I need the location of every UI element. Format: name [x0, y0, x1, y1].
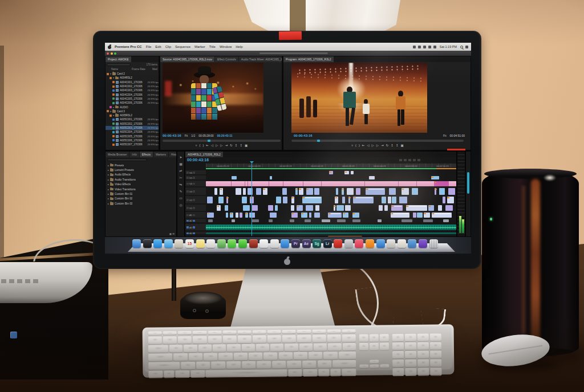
pen-tool[interactable]: ✎ [179, 189, 182, 193]
dock-icon-lightroom[interactable]: Lr [323, 239, 332, 248]
timeline-clip[interactable] [423, 219, 432, 222]
effects-bin-row[interactable]: ▸Lumetri Presets [106, 168, 177, 172]
timeline-clip[interactable] [378, 219, 382, 222]
track-lock-toggle[interactable] [186, 226, 189, 228]
disclosure-triangle[interactable]: ▸ [108, 169, 109, 172]
status-icon[interactable] [428, 46, 431, 48]
tab-source[interactable]: Source: A004C065_170306_R3L2.mov [160, 56, 214, 62]
menu-marker[interactable]: Marker [194, 45, 205, 48]
track-lock-toggle[interactable] [186, 214, 189, 217]
track-header-V2[interactable]: V2 [185, 196, 206, 204]
dock-icon-itunes[interactable] [270, 239, 279, 248]
timeline-clip[interactable] [315, 205, 319, 211]
loop-button[interactable]: ↻ [230, 143, 233, 148]
dock-icon-finder[interactable] [132, 239, 141, 248]
dock-icon-music[interactable] [355, 239, 363, 248]
tab-effect-controls[interactable]: Effect Controls [215, 56, 238, 62]
timeline-clip[interactable] [206, 181, 457, 186]
timeline-clip[interactable] [399, 197, 407, 203]
dock-icon-itunes-u[interactable] [419, 239, 427, 248]
mark-out-button[interactable]: } [202, 143, 204, 148]
minimize-window-button[interactable] [111, 52, 113, 55]
timeline-clip[interactable] [439, 188, 445, 195]
timeline-clip[interactable] [301, 213, 307, 218]
track-lock-toggle[interactable] [186, 190, 189, 193]
timeline-clip[interactable] [438, 205, 442, 211]
timeline-clip[interactable] [366, 188, 385, 195]
project-clip-row[interactable]: A005C001_17030623.976 fps [106, 117, 159, 121]
timeline-clip[interactable] [242, 197, 247, 203]
source-playhead-handle[interactable] [208, 140, 210, 142]
tab-program[interactable]: Program: A004C065_170306_R3L2 [283, 56, 334, 62]
effects-bin-row[interactable]: ▸Custom Bin 02 [106, 197, 177, 201]
status-icon[interactable] [423, 46, 426, 48]
timeline-clip[interactable] [443, 219, 449, 222]
disclosure-triangle[interactable]: ▾ [113, 114, 114, 117]
timeline-clip[interactable] [406, 205, 427, 211]
export-frame-button[interactable]: ▣ [401, 143, 404, 148]
timeline-clip[interactable] [206, 224, 457, 230]
program-playhead-handle[interactable] [317, 140, 320, 142]
timeline-clip[interactable] [342, 188, 344, 195]
timeline-clip[interactable] [428, 205, 434, 211]
track-header-A4[interactable]: A4 [185, 232, 206, 235]
timeline-clip[interactable] [344, 171, 348, 174]
timeline-clip[interactable] [214, 188, 217, 195]
track-output-toggle[interactable] [193, 190, 195, 193]
dock-icon-trash[interactable] [429, 239, 438, 248]
track-header-A1[interactable]: A1 [185, 212, 206, 218]
timeline-clip[interactable] [218, 197, 223, 203]
timeline-clip[interactable] [379, 205, 383, 211]
timeline-clip[interactable] [424, 213, 431, 218]
timeline-clip[interactable] [431, 176, 439, 179]
timeline-clip[interactable] [282, 188, 287, 195]
timeline-clip[interactable] [335, 197, 338, 203]
timeline-clip[interactable] [336, 188, 338, 195]
dock-icon-game-center[interactable] [387, 239, 395, 248]
timeline-clip[interactable] [322, 219, 330, 222]
timeline-clip[interactable] [291, 197, 294, 203]
dock-icon-photos[interactable] [259, 239, 268, 248]
dock-icon-notes[interactable] [196, 239, 205, 248]
timeline-clip[interactable] [345, 205, 351, 211]
timeline-clip[interactable] [252, 219, 259, 222]
timeline-clip[interactable] [263, 188, 268, 195]
lift-button[interactable]: ↥ [391, 143, 394, 148]
timeline-clip[interactable] [240, 213, 242, 218]
track-header-V1[interactable]: V1 [185, 205, 206, 211]
project-bin-row[interactable]: ▾Card 2 [106, 72, 159, 76]
timeline-clip[interactable] [382, 197, 386, 203]
play-button[interactable]: ▷ [372, 143, 374, 148]
timeline-clip[interactable] [230, 213, 233, 218]
track-header-A2[interactable]: A2 [185, 219, 206, 223]
dock-icon-facetime[interactable] [238, 239, 247, 248]
track-output-toggle[interactable] [193, 183, 195, 185]
timeline-clip[interactable] [343, 213, 348, 218]
extract-button[interactable]: ↧ [396, 143, 399, 148]
timeline-clip[interactable] [447, 197, 455, 203]
dock-icon-folder-documents[interactable] [408, 239, 416, 248]
project-clip-row[interactable]: A005C003_17030623.976 fps [106, 126, 159, 130]
program-fit-select[interactable]: Fit [443, 134, 447, 137]
add-marker-button[interactable]: ▿ [351, 143, 353, 148]
timeline-clip[interactable] [275, 205, 278, 211]
tab-info[interactable]: Info [129, 152, 139, 157]
timeline-clip[interactable] [232, 176, 237, 179]
timeline-clip[interactable] [291, 205, 294, 211]
play-button[interactable]: ▷ [216, 143, 218, 148]
timeline-clip[interactable] [402, 188, 409, 195]
timeline-clip[interactable] [337, 219, 346, 222]
effects-bin-row[interactable]: ▸Presets [106, 163, 177, 168]
timeline-clip[interactable] [413, 213, 416, 218]
notification-center-icon[interactable] [465, 46, 468, 48]
export-frame-button[interactable]: ▣ [245, 143, 248, 148]
project-clip-row[interactable]: A004C006_17030623.976 fps [106, 101, 159, 105]
timeline-clip[interactable] [249, 213, 255, 218]
mark-out-button[interactable]: } [359, 143, 360, 148]
timeline-clip[interactable] [206, 232, 457, 234]
timeline-clip[interactable] [217, 205, 220, 211]
dock-icon-creative-cloud[interactable] [334, 239, 342, 248]
dock-icon-speedgrade[interactable]: Sg [313, 239, 321, 248]
timeline-clip[interactable] [412, 188, 417, 195]
disclosure-triangle[interactable]: ▸ [108, 178, 109, 181]
